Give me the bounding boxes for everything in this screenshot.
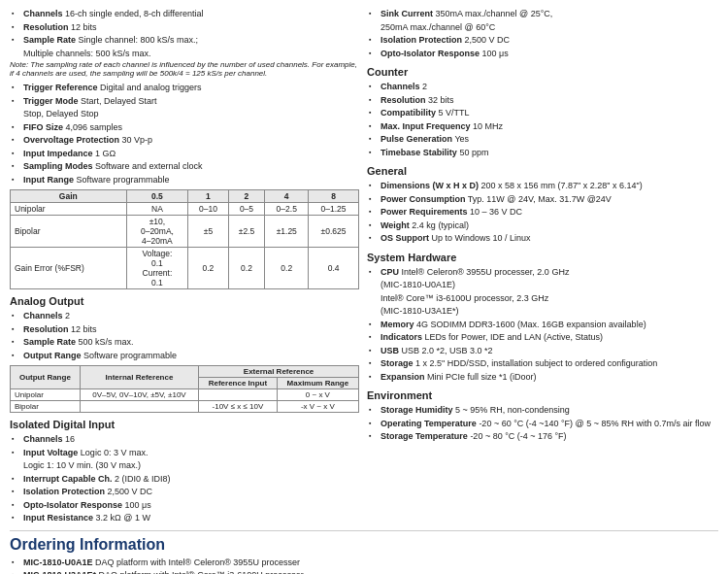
ao-sample-rate-value: 500 kS/s max.	[79, 337, 134, 347]
gain-error-2: 0.2	[228, 248, 265, 289]
ao-channels-value: 2	[65, 311, 70, 321]
output-range-table: Output Range Internal Reference External…	[10, 365, 359, 413]
bipolar-row: Bipolar ±10,0–20mA,4–20mA ±5 ±2.5 ±1.25 …	[11, 216, 359, 248]
full-width-section: Ordering Information MIC-1810-U0A1E DAQ …	[0, 530, 728, 575]
sampling-modes-value: Software and external clock	[95, 161, 203, 171]
idi-channels-value: 16	[65, 434, 75, 444]
channels-label: Channels	[23, 9, 63, 18]
idi-input-resistance-label: Input Resistance	[23, 513, 93, 523]
system-hardware-list: CPU Intel® Celeron® 3955U processer, 2.0…	[367, 266, 718, 385]
idi-opto-item: Opto-Isolator Response 100 μs	[12, 499, 359, 513]
left-column: Channels 16-ch single ended, 8-ch differ…	[10, 8, 359, 525]
sample-rate-item: Sample Rate Single channel: 800 kS/s max…	[12, 34, 359, 60]
unipolar-8: 0–1.25	[309, 203, 359, 216]
isolation-item: Isolation Protection 2,500 V DC	[369, 34, 718, 48]
counter-list: Channels 2 Resolution 32 bits Compatibil…	[367, 81, 718, 159]
input-range-item: Input Range Software programmable	[12, 174, 359, 187]
gain-8: 8	[309, 190, 359, 203]
counter-title: Counter	[367, 66, 718, 78]
trigger-specs-list: Trigger Reference Digital and analog tri…	[10, 82, 359, 186]
divider1	[10, 530, 718, 531]
env-humidity-item: Storage Humidity 5 ~ 95% RH, non-condens…	[369, 404, 718, 418]
sink-current-item: Sink Current 350mA max./channel @ 25°C,2…	[369, 8, 718, 34]
idi-channels-item: Channels 16	[12, 433, 359, 447]
ao-output-range-label: Output Range	[23, 351, 82, 360]
resolution-value: 12 bits	[71, 22, 97, 32]
resolution-label: Resolution	[23, 22, 69, 32]
isolated-digital-list: Channels 16 Input Voltage Logic 0: 3 V m…	[10, 433, 359, 525]
idi-input-resistance-value: 3.2 kΩ @ 1 W	[96, 513, 150, 523]
overvoltage-label: Overvoltage Protection	[23, 135, 119, 145]
sh-expansion-label: Expansion	[381, 372, 425, 382]
counter-compatibility-item: Compatibility 5 V/TTL	[369, 107, 718, 120]
counter-max-freq-value: 10 MHz	[473, 121, 503, 131]
top-specs-list: Channels 16-ch single ended, 8-ch differ…	[10, 8, 359, 60]
trigger-ref-value: Digital and analog triggers	[100, 83, 202, 92]
counter-max-freq-label: Max. Input Frequency	[381, 121, 471, 131]
idi-input-resistance-item: Input Resistance 3.2 kΩ @ 1 W	[12, 512, 359, 525]
counter-channels-item: Channels 2	[369, 81, 718, 94]
sh-usb-label: USB	[381, 346, 399, 355]
ao-sample-rate-item: Sample Rate 500 kS/s max.	[12, 336, 359, 350]
idi-interrupt-item: Interrupt Capable Ch. 2 (IDI0 & IDI8)	[12, 473, 359, 487]
unipolar-4: 0–2.5	[265, 203, 309, 216]
environment-title: Environment	[367, 389, 718, 401]
isolation-label: Isolation Protection	[381, 35, 462, 45]
idi-opto-label: Opto-Isolator Response	[23, 500, 122, 510]
sh-usb-item: USB USB 2.0 *2, USB 3.0 *2	[369, 345, 718, 358]
counter-channels-value: 2	[422, 82, 427, 91]
general-power-req-value: 10 – 36 V DC	[470, 207, 522, 217]
unipolar-1: 0–10	[188, 203, 228, 216]
opto-label: Opto-Isolator Response	[381, 49, 480, 58]
sampling-modes-label: Sampling Modes	[23, 161, 93, 171]
env-operating-temp-item: Operating Temperature -20 ~ 60 °C (-4 ~1…	[369, 418, 718, 431]
sh-storage-label: Storage	[381, 358, 414, 368]
sh-memory-label: Memory	[381, 320, 414, 329]
idi-interrupt-value: 2 (IDI0 & IDI8)	[115, 474, 171, 484]
sh-indicators-label: Indicators	[381, 332, 422, 342]
isolation-value: 2,500 V DC	[465, 35, 511, 45]
fifo-value: 4,096 samples	[66, 122, 123, 132]
sh-indicators-item: Indicators LEDs for Power, IDE and LAN (…	[369, 331, 718, 345]
ao-output-range-value: Software programmable	[83, 351, 177, 360]
idi-interrupt-label: Interrupt Capable Ch.	[23, 474, 113, 484]
channels-item: Channels 16-ch single ended, 8-ch differ…	[12, 8, 359, 21]
analog-output-list: Channels 2 Resolution 12 bits Sample Rat…	[10, 310, 359, 362]
ordering-section: Ordering Information MIC-1810-U0A1E DAQ …	[10, 536, 718, 575]
or-header-ref-input: Reference Input	[199, 378, 278, 389]
general-dimensions-label: Dimensions (W x H x D)	[381, 181, 479, 190]
sink-current-label: Sink Current	[381, 9, 433, 18]
gain-4: 4	[265, 190, 309, 203]
overvoltage-item: Overvoltage Protection 30 Vp-p	[12, 134, 359, 148]
opto-item: Opto-Isolator Response 100 μs	[369, 48, 718, 61]
or-unipolar-label: Unipolar	[11, 389, 81, 401]
counter-timebase-label: Timebase Stability	[381, 148, 457, 157]
input-impedance-value: 1 GΩ	[95, 149, 116, 158]
sh-usb-value: USB 2.0 *2, USB 3.0 *2	[402, 346, 493, 355]
or-bipolar-ref: -10V ≤ x ≤ 10V	[199, 401, 278, 413]
idi-input-voltage-label: Input Voltage	[23, 448, 78, 457]
general-power-req-item: Power Requirements 10 – 36 V DC	[369, 206, 718, 219]
general-weight-item: Weight 2.4 kg (typical)	[369, 219, 718, 233]
ordering-item-2: MIC-1810-U3A1E* DAQ platform with Intel®…	[12, 569, 718, 574]
right-column: Sink Current 350mA max./channel @ 25°C,2…	[367, 8, 718, 525]
fifo-label: FIFO Size	[23, 122, 63, 132]
unipolar-label: Unipolar	[11, 203, 127, 216]
ordering-value-1: DAQ platform with Intel® Celeron® 3955U …	[95, 557, 300, 567]
sh-cpu-item: CPU Intel® Celeron® 3955U processer, 2.0…	[369, 266, 718, 319]
ordering-label-1: MIC-1810-U0A1E	[23, 557, 93, 567]
overvoltage-value: 30 Vp-p	[122, 135, 153, 145]
ao-resolution-label: Resolution	[23, 324, 69, 334]
env-storage-temp-item: Storage Temperature -20 ~ 80 °C (-4 ~ 17…	[369, 430, 718, 444]
counter-resolution-label: Resolution	[381, 95, 426, 105]
counter-resolution-value: 32 bits	[428, 95, 454, 105]
env-operating-temp-value: -20 ~ 60 °C (-4 ~140 °F) @ 5 ~ 85% RH wi…	[479, 419, 711, 428]
ordering-label-2: MIC-1810-U3A1E*	[23, 570, 96, 574]
counter-pulse-label: Pulse Generation	[381, 134, 452, 144]
sh-expansion-value: Mini PCIe full size *1 (iDoor)	[427, 372, 537, 382]
ao-channels-label: Channels	[23, 311, 63, 321]
sh-memory-item: Memory 4G SODIMM DDR3-1600 (Max. 16GB ex…	[369, 319, 718, 332]
or-unipolar-max: 0 ~ x V	[277, 389, 358, 401]
idi-input-voltage-item: Input Voltage Logic 0: 3 V max.Logic 1: …	[12, 447, 359, 473]
sh-indicators-value: LEDs for Power, IDE and LAN (Active, Sta…	[425, 332, 604, 342]
